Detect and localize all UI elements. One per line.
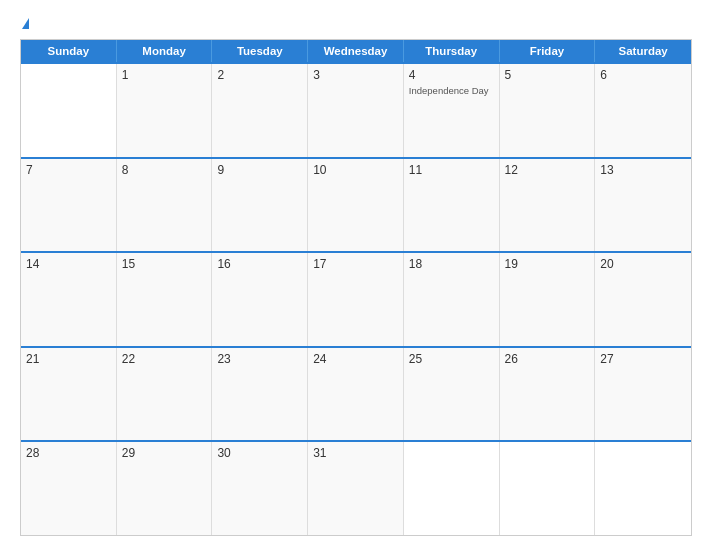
day-cell: 27 — [595, 348, 691, 441]
day-cell: 22 — [117, 348, 213, 441]
calendar-grid: SundayMondayTuesdayWednesdayThursdayFrid… — [20, 39, 692, 536]
day-cell: 10 — [308, 159, 404, 252]
day-cell: 2 — [212, 64, 308, 157]
day-cell — [21, 64, 117, 157]
day-cell — [404, 442, 500, 535]
day-number: 28 — [26, 446, 111, 460]
week-row-4: 21222324252627 — [21, 346, 691, 441]
day-number: 14 — [26, 257, 111, 271]
header — [20, 18, 692, 29]
day-number: 22 — [122, 352, 207, 366]
day-number: 18 — [409, 257, 494, 271]
day-number: 25 — [409, 352, 494, 366]
day-cell: 17 — [308, 253, 404, 346]
day-cell — [500, 442, 596, 535]
day-cell: 16 — [212, 253, 308, 346]
day-cell: 14 — [21, 253, 117, 346]
day-number: 29 — [122, 446, 207, 460]
day-number: 15 — [122, 257, 207, 271]
week-row-1: 1234Independence Day56 — [21, 62, 691, 157]
day-number: 17 — [313, 257, 398, 271]
day-number: 6 — [600, 68, 686, 82]
day-number: 16 — [217, 257, 302, 271]
day-cell: 20 — [595, 253, 691, 346]
day-number: 2 — [217, 68, 302, 82]
week-row-5: 28293031 — [21, 440, 691, 535]
day-cell: 30 — [212, 442, 308, 535]
day-number: 12 — [505, 163, 590, 177]
day-number: 26 — [505, 352, 590, 366]
day-cell: 13 — [595, 159, 691, 252]
day-number: 4 — [409, 68, 494, 82]
calendar-page: SundayMondayTuesdayWednesdayThursdayFrid… — [0, 0, 712, 550]
day-cell: 12 — [500, 159, 596, 252]
day-cell: 1 — [117, 64, 213, 157]
day-cell: 21 — [21, 348, 117, 441]
day-cell: 6 — [595, 64, 691, 157]
days-header: SundayMondayTuesdayWednesdayThursdayFrid… — [21, 40, 691, 62]
day-cell: 7 — [21, 159, 117, 252]
day-number: 20 — [600, 257, 686, 271]
day-cell: 18 — [404, 253, 500, 346]
day-number: 27 — [600, 352, 686, 366]
day-cell: 31 — [308, 442, 404, 535]
day-number: 5 — [505, 68, 590, 82]
day-header-monday: Monday — [117, 40, 213, 62]
day-cell: 28 — [21, 442, 117, 535]
day-header-saturday: Saturday — [595, 40, 691, 62]
day-number: 7 — [26, 163, 111, 177]
week-row-3: 14151617181920 — [21, 251, 691, 346]
day-number: 3 — [313, 68, 398, 82]
day-cell: 9 — [212, 159, 308, 252]
day-number: 9 — [217, 163, 302, 177]
day-cell: 24 — [308, 348, 404, 441]
day-cell — [595, 442, 691, 535]
event-label: Independence Day — [409, 85, 494, 96]
day-number: 23 — [217, 352, 302, 366]
day-cell: 25 — [404, 348, 500, 441]
day-number: 11 — [409, 163, 494, 177]
day-number: 30 — [217, 446, 302, 460]
day-cell: 11 — [404, 159, 500, 252]
day-cell: 26 — [500, 348, 596, 441]
day-cell: 4Independence Day — [404, 64, 500, 157]
day-cell: 15 — [117, 253, 213, 346]
day-cell: 23 — [212, 348, 308, 441]
day-cell: 29 — [117, 442, 213, 535]
day-number: 21 — [26, 352, 111, 366]
day-number: 13 — [600, 163, 686, 177]
logo-triangle-icon — [22, 18, 29, 29]
day-number: 10 — [313, 163, 398, 177]
logo — [20, 18, 29, 29]
day-cell: 3 — [308, 64, 404, 157]
day-cell: 5 — [500, 64, 596, 157]
day-cell: 8 — [117, 159, 213, 252]
day-header-sunday: Sunday — [21, 40, 117, 62]
day-number: 31 — [313, 446, 398, 460]
week-row-2: 78910111213 — [21, 157, 691, 252]
day-number: 8 — [122, 163, 207, 177]
day-number: 1 — [122, 68, 207, 82]
weeks-container: 1234Independence Day56789101112131415161… — [21, 62, 691, 535]
day-header-wednesday: Wednesday — [308, 40, 404, 62]
day-number: 24 — [313, 352, 398, 366]
day-header-tuesday: Tuesday — [212, 40, 308, 62]
day-cell: 19 — [500, 253, 596, 346]
day-header-friday: Friday — [500, 40, 596, 62]
day-header-thursday: Thursday — [404, 40, 500, 62]
day-number: 19 — [505, 257, 590, 271]
